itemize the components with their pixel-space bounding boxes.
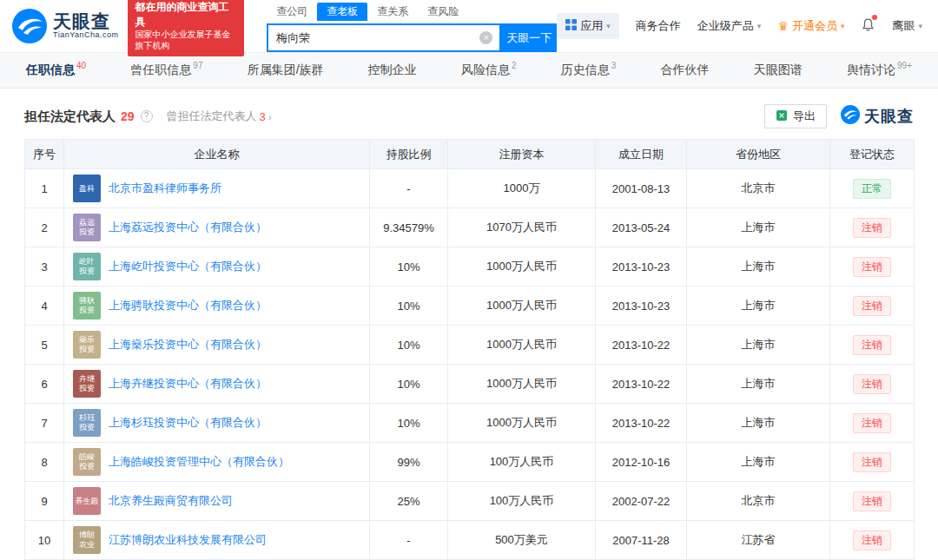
col-province-region: 省份地区 <box>687 140 830 169</box>
company-logo: 盈科 <box>73 175 101 202</box>
status-badge: 注销 <box>853 335 891 355</box>
bell-icon <box>861 17 875 35</box>
company-name-link[interactable]: 上海杉珏投资中心（有限合伙） <box>109 415 267 431</box>
nav-tab-3[interactable]: 所属集团/族群 <box>248 63 324 78</box>
status-badge: 注销 <box>853 257 891 277</box>
chevron-right-icon: › <box>268 110 272 123</box>
company-name-link[interactable]: 北京市盈科律师事务所 <box>109 181 221 196</box>
promo-line2: 国家中小企业发展子基金旗下机构 <box>135 29 237 52</box>
company-name-link[interactable]: 上海燊乐投资中心（有限合伙） <box>109 337 267 352</box>
nav-tab-6[interactable]: 历史信息 3 <box>561 63 617 78</box>
col-establish-date: 成立日期 <box>596 140 687 169</box>
company-name-link[interactable]: 上海卉继投资中心（有限合伙） <box>109 376 267 392</box>
notification-bell[interactable] <box>861 17 875 35</box>
tianyancha-logo[interactable]: 天眼查 TianYanCha.com <box>12 9 119 43</box>
search-tabs: 查公司 查老板 查关系 查风险 <box>267 3 557 21</box>
establish-date: 2013-10-23 <box>596 247 687 287</box>
company-name-link[interactable]: 上海皓峻投资管理中心（有限合伙） <box>109 454 289 470</box>
promo-banner: 都在用的商业查询工具 国家中小企业发展子基金旗下机构 <box>128 0 245 56</box>
nav-tab-7[interactable]: 合作伙伴 <box>661 63 710 78</box>
establish-date: 2001-08-13 <box>596 169 687 208</box>
notification-dot <box>872 15 877 20</box>
shareholding-ratio: - <box>370 169 448 208</box>
col-registered-capital: 注册资本 <box>448 140 596 169</box>
vip-menu[interactable]: ♛ 开通会员 ▾ <box>777 18 844 34</box>
col-index: 序号 <box>25 140 64 169</box>
establish-date: 2013-10-22 <box>596 365 687 404</box>
company-name-link[interactable]: 江苏博朗农业科技发展有限公司 <box>109 532 267 548</box>
table-row: 2 荔远投资 上海荔远投资中心（有限合伙） 9.34579% 1070万人民币 … <box>25 208 915 247</box>
status-badge: 注销 <box>853 374 891 394</box>
registered-capital: 1000万人民币 <box>448 287 596 326</box>
search-tab-risk[interactable]: 查风险 <box>418 3 468 21</box>
shareholding-ratio: 99% <box>370 443 448 482</box>
row-index: 6 <box>25 365 64 404</box>
row-index: 7 <box>25 404 64 443</box>
apps-menu[interactable]: 应用 ▾ <box>557 13 619 39</box>
company-logo: 养生殿 <box>73 487 101 515</box>
status-badge: 注销 <box>853 296 891 316</box>
registered-capital: 1000万 <box>448 169 596 208</box>
enterprise-products-menu[interactable]: 企业级产品 ▾ <box>697 18 762 34</box>
search-input[interactable] <box>268 31 479 44</box>
status-badge: 注销 <box>853 530 891 550</box>
company-logo: 荔远投资 <box>73 214 101 241</box>
row-index: 4 <box>25 287 64 326</box>
tianyancha-watermark-icon <box>841 105 860 128</box>
header-right-menu: 应用 ▾ 商务合作 企业级产品 ▾ ♛ 开通会员 ▾ 鹰眼 ▾ <box>557 13 922 39</box>
shareholding-ratio: 25% <box>370 482 448 521</box>
search-tab-relation[interactable]: 查关系 <box>367 3 418 21</box>
province-region: 上海市 <box>687 365 830 404</box>
establish-date: 2013-10-22 <box>596 326 687 365</box>
tianyancha-watermark-text: 天眼查 <box>864 106 914 127</box>
nav-tab-2[interactable]: 曾任职信息 97 <box>130 63 202 78</box>
row-index: 3 <box>25 247 64 287</box>
biz-cooperation-link[interactable]: 商务合作 <box>636 18 681 34</box>
shareholding-ratio: 10% <box>370 287 448 326</box>
nav-tab-8[interactable]: 天眼图谱 <box>754 63 803 78</box>
registered-capital: 1070万人民币 <box>448 208 596 247</box>
table-row: 1 盈科 北京市盈科律师事务所 - 1000万 2001-08-13 北京市 正… <box>25 169 915 208</box>
province-region: 上海市 <box>687 208 830 247</box>
info-icon[interactable]: ? <box>141 110 153 122</box>
status-badge: 注销 <box>853 452 891 472</box>
tianyancha-logo-icon <box>12 9 47 43</box>
section-count: 29 <box>121 109 135 123</box>
apps-label: 应用 <box>580 18 603 34</box>
main-content: 担任法定代表人 29 ? 曾担任法定代表人 3 › 导出 <box>0 104 938 560</box>
establish-date: 2007-11-28 <box>596 521 687 560</box>
tianyancha-watermark: 天眼查 <box>841 105 914 128</box>
nav-tab-9[interactable]: 舆情讨论 99+ <box>847 63 912 78</box>
company-logo: 卉继投资 <box>73 370 101 398</box>
province-region: 上海市 <box>687 247 830 287</box>
province-region: 北京市 <box>687 482 830 521</box>
nav-tab-5[interactable]: 风险信息 2 <box>461 63 517 78</box>
past-legal-rep-link[interactable]: 曾担任法定代表人 3 › <box>167 109 273 124</box>
table-row: 4 骋耿投资 上海骋耿投资中心（有限合伙） 10% 1000万人民币 2013-… <box>25 287 915 326</box>
logo-subtitle: TianYanCha.com <box>53 31 119 39</box>
row-index: 10 <box>25 521 64 560</box>
clear-icon[interactable]: × <box>479 31 492 44</box>
company-name-link[interactable]: 上海骋耿投资中心（有限合伙） <box>109 298 267 313</box>
nav-tab-1[interactable]: 任职信息 40 <box>26 63 86 78</box>
search-tab-boss[interactable]: 查老板 <box>317 3 367 21</box>
registered-capital: 500万美元 <box>448 521 596 560</box>
registered-capital: 1000万人民币 <box>448 326 596 365</box>
chevron-down-icon: ▾ <box>757 22 762 30</box>
search-button[interactable]: 天眼一下 <box>501 23 557 52</box>
row-index: 5 <box>25 326 64 365</box>
table-row: 7 杉珏投资 上海杉珏投资中心（有限合伙） 10% 1000万人民币 2013-… <box>25 404 915 443</box>
company-name-link[interactable]: 上海屹叶投资中心（有限合伙） <box>109 259 267 274</box>
logo-text: 天眼查 TianYanCha.com <box>53 12 119 39</box>
company-name-link[interactable]: 北京养生殿商贸有限公司 <box>109 493 233 509</box>
nav-tab-4[interactable]: 控制企业 <box>368 63 417 78</box>
company-name-link[interactable]: 上海荔远投资中心（有限合伙） <box>109 220 267 235</box>
province-region: 上海市 <box>687 404 830 443</box>
export-button[interactable]: 导出 <box>764 104 827 128</box>
search-row: × 天眼一下 <box>267 23 557 52</box>
row-index: 2 <box>25 208 64 247</box>
table-row: 9 养生殿 北京养生殿商贸有限公司 25% 100万人民币 2002-07-22… <box>25 482 915 521</box>
eagle-eye-menu[interactable]: 鹰眼 ▾ <box>892 18 922 34</box>
establish-date: 2013-05-24 <box>596 208 687 247</box>
search-tab-company[interactable]: 查公司 <box>267 3 317 21</box>
